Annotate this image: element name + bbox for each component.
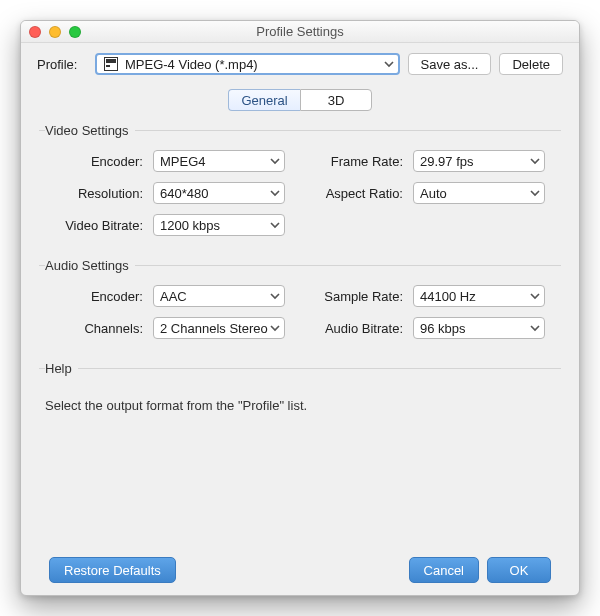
channels-label: Channels: [43, 321, 143, 336]
mpeg-file-icon [103, 57, 119, 71]
audio-settings-grid: Encoder: AAC Sample Rate: 44100 Hz Chann… [39, 285, 561, 339]
help-legend: Help [45, 361, 78, 376]
svg-rect-1 [106, 59, 116, 63]
save-as-button[interactable]: Save as... [408, 53, 492, 75]
chevron-down-icon [268, 156, 282, 166]
content-area: Profile: MPEG-4 Video (*.mp4) Save as...… [21, 43, 579, 595]
tab-general[interactable]: General [228, 89, 300, 111]
minimize-window-button[interactable] [49, 26, 61, 38]
traffic-lights [29, 26, 81, 38]
video-bitrate-label: Video Bitrate: [43, 218, 143, 233]
resolution-label: Resolution: [43, 186, 143, 201]
profile-label: Profile: [37, 57, 87, 72]
titlebar: Profile Settings [21, 21, 579, 43]
ok-button[interactable]: OK [487, 557, 551, 583]
aspect-ratio-select[interactable]: Auto [413, 182, 545, 204]
close-window-button[interactable] [29, 26, 41, 38]
chevron-down-icon [382, 59, 396, 69]
channels-select[interactable]: 2 Channels Stereo [153, 317, 285, 339]
sample-rate-label: Sample Rate: [295, 289, 403, 304]
profile-settings-window: Profile Settings Profile: MPEG-4 Video (… [20, 20, 580, 596]
cancel-button[interactable]: Cancel [409, 557, 479, 583]
help-text: Select the output format from the "Profi… [39, 388, 561, 423]
audio-bitrate-select[interactable]: 96 kbps [413, 317, 545, 339]
restore-defaults-button[interactable]: Restore Defaults [49, 557, 176, 583]
footer: Restore Defaults Cancel OK [37, 547, 563, 595]
frame-rate-label: Frame Rate: [295, 154, 403, 169]
video-settings-grid: Encoder: MPEG4 Frame Rate: 29.97 fps Res… [39, 150, 561, 236]
audio-settings-group: Audio Settings Encoder: AAC Sample Rate:… [39, 258, 561, 339]
profile-value: MPEG-4 Video (*.mp4) [125, 57, 382, 72]
audio-settings-legend: Audio Settings [45, 258, 135, 273]
chevron-down-icon [268, 188, 282, 198]
audio-bitrate-label: Audio Bitrate: [295, 321, 403, 336]
video-encoder-label: Encoder: [43, 154, 143, 169]
frame-rate-select[interactable]: 29.97 fps [413, 150, 545, 172]
help-group: Help Select the output format from the "… [39, 361, 561, 423]
video-bitrate-select[interactable]: 1200 kbps [153, 214, 285, 236]
chevron-down-icon [528, 188, 542, 198]
chevron-down-icon [528, 291, 542, 301]
resolution-select[interactable]: 640*480 [153, 182, 285, 204]
aspect-ratio-label: Aspect Ratio: [295, 186, 403, 201]
sample-rate-select[interactable]: 44100 Hz [413, 285, 545, 307]
window-title: Profile Settings [21, 24, 579, 39]
video-settings-legend: Video Settings [45, 123, 135, 138]
chevron-down-icon [528, 323, 542, 333]
delete-button[interactable]: Delete [499, 53, 563, 75]
tab-3d[interactable]: 3D [300, 89, 372, 111]
chevron-down-icon [268, 323, 282, 333]
svg-rect-2 [106, 65, 110, 67]
video-encoder-select[interactable]: MPEG4 [153, 150, 285, 172]
audio-encoder-select[interactable]: AAC [153, 285, 285, 307]
profile-select[interactable]: MPEG-4 Video (*.mp4) [95, 53, 400, 75]
tab-bar: General 3D [228, 89, 372, 111]
video-settings-group: Video Settings Encoder: MPEG4 Frame Rate… [39, 123, 561, 236]
chevron-down-icon [268, 220, 282, 230]
chevron-down-icon [528, 156, 542, 166]
zoom-window-button[interactable] [69, 26, 81, 38]
chevron-down-icon [268, 291, 282, 301]
profile-row: Profile: MPEG-4 Video (*.mp4) Save as...… [37, 53, 563, 75]
audio-encoder-label: Encoder: [43, 289, 143, 304]
